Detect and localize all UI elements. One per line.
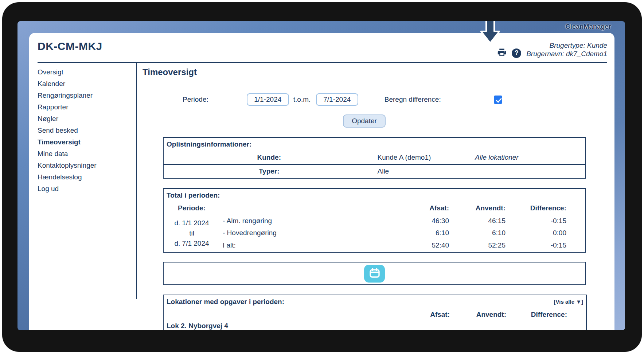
annotation-arrow-icon [479,21,501,47]
calendar-export-box [163,262,586,285]
total-row: I alt: 52:40 52:25 -0:15 [163,239,586,252]
sidebar-item-timeoversigt[interactable]: Timeoversigt [38,136,136,148]
table-header-row: Afsat: Anvendt: Difference: [163,308,586,321]
task-anvendt: 46:15 [452,215,508,227]
afsat-column-header: Afsat: [409,308,453,321]
total-label: I alt: [220,239,408,252]
total-difference[interactable]: -0:15 [551,241,566,249]
calendar-icon [369,268,380,280]
beregn-difference-label: Beregn difference: [385,96,441,104]
sidebar-item-rapporter[interactable]: Rapporter [38,101,136,113]
total-anvendt[interactable]: 52:25 [488,241,506,249]
task-difference: 0:00 [508,227,586,239]
sidebar-item-oversigt[interactable]: Oversigt [38,66,136,78]
vis-alle-toggle[interactable]: [Vis alle ▼] [554,299,583,305]
app-title: DK-CM-MKJ [38,38,102,52]
lokationer-note: Alle lokationer [475,153,518,162]
sidebar-item-log-ud[interactable]: Log ud [38,183,136,195]
sidebar-item-mine-data[interactable]: Mine data [38,148,136,160]
task-difference: -0:15 [508,215,586,227]
periode-column-header: Periode: [163,202,220,215]
table-row: - Hovedrengøring 6:10 6:10 0:00 [163,227,586,239]
user-type: Brugertype: Kunde [526,41,607,50]
sidebar-item-handelseslog[interactable]: Hændelseslog [38,171,136,183]
difference-column-header: Difference: [509,308,586,321]
task-name: - Alm. rengøring [220,215,408,227]
task-name: - Hovedrengøring [220,227,408,239]
opdater-button[interactable]: Opdater [343,114,386,128]
typer-value: Alle [375,164,586,178]
table-row: Typer: Alle [163,164,586,178]
locations-table-title: Lokationer med opgaver i perioden: [167,298,284,306]
total-afsat[interactable]: 52:40 [432,241,449,249]
sidebar-item-send-besked[interactable]: Send besked [38,125,136,136]
locations-table: Lokationer med opgaver i perioden: [Vis … [163,295,587,330]
sidebar-nav: Oversigt Kalender Rengøringsplaner Rappo… [29,63,137,299]
beregn-difference-checkbox[interactable] [494,96,502,104]
table-row: d. 1/1 2024 til d. 7/1 2024 - Alm. rengø… [163,215,586,227]
anvendt-column-header: Anvendt: [452,202,508,215]
kunde-label: Kunde: [163,151,375,164]
info-table: Oplistningsinformationer: Kunde: Kunde A… [163,137,586,179]
period-from-input[interactable] [247,93,289,106]
sidebar-item-nogler[interactable]: Nøgler [38,113,136,125]
total-table-title: Total i perioden: [163,188,586,202]
table-header-row: Periode: Afsat: Anvendt: Difference: [163,202,586,215]
page-header: DK-CM-MKJ ? Brugertype: Kunde Brugernavn… [29,33,614,59]
user-name: Brugernavn: dk7_Cdemo1 [526,50,607,58]
help-icon[interactable]: ? [512,48,521,58]
content-panel: DK-CM-MKJ ? Brugertype: Kunde Brugernavn… [29,33,614,330]
info-table-title: Oplistningsinformationer: [163,137,586,151]
sidebar-item-rengoringsplaner[interactable]: Rengøringsplaner [38,90,136,101]
location-name: Lok 2. Nyborgvej 4 [163,321,586,330]
typer-label: Typer: [163,164,375,178]
browser-viewport: CleanManager DK-CM-MKJ ? Brugertype: Kun… [17,21,625,330]
tom-label: t.o.m. [293,96,312,104]
user-info: Brugertype: Kunde Brugernavn: dk7_Cdemo1 [526,39,607,58]
task-afsat: 6:10 [408,227,452,239]
anvendt-column-header: Anvendt: [453,308,509,321]
kunde-value: Kunde A (demo1) [378,153,431,161]
print-icon[interactable] [497,47,507,59]
task-anvendt: 6:10 [452,227,508,239]
calendar-button[interactable] [364,265,385,283]
page-title: Timeoversigt [143,67,614,77]
period-form: Periode: t.o.m. Beregn difference: [143,93,614,106]
monitor-bezel: CleanManager DK-CM-MKJ ? Brugertype: Kun… [2,2,642,352]
sidebar-item-kontaktoplysninger[interactable]: Kontaktoplysninger [38,160,136,171]
difference-column-header: Difference: [508,202,586,215]
table-row: Kunde: Kunde A (demo1) Alle lokationer [163,151,586,164]
task-afsat: 46:30 [408,215,452,227]
period-to-input[interactable] [316,93,358,106]
sidebar-item-kalender[interactable]: Kalender [38,78,136,90]
main-content: Timeoversigt Periode: t.o.m. Beregn diff… [137,63,614,299]
location-row: Lok 2. Nyborgvej 4 [163,321,586,330]
afsat-column-header: Afsat: [408,202,452,215]
total-table: Total i perioden: Periode: Afsat: Anvend… [163,188,586,253]
period-label: Periode: [183,96,208,104]
period-range: d. 1/1 2024 til d. 7/1 2024 [163,215,220,252]
brand-logo: CleanManager [566,23,611,31]
